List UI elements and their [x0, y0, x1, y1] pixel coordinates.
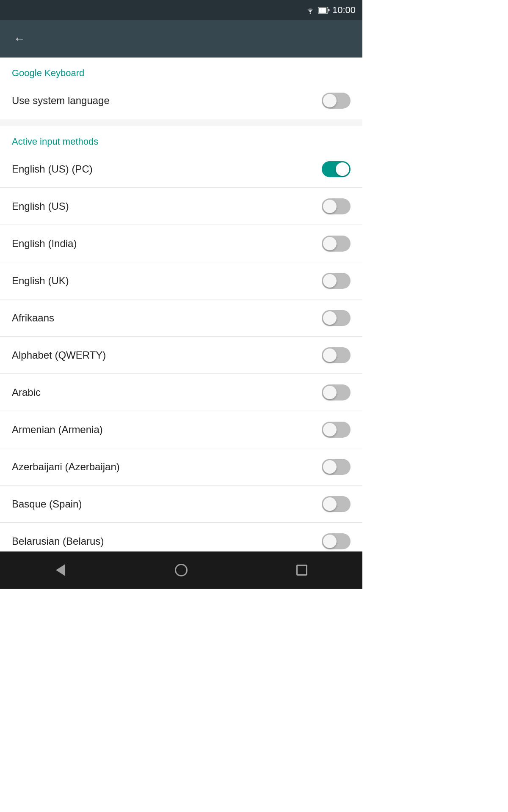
- alphabet-qwerty-row: Alphabet (QWERTY): [0, 337, 362, 374]
- status-icons: 10:00: [305, 5, 356, 16]
- toggle-thumb: [323, 460, 337, 474]
- arabic-label: Arabic: [12, 387, 41, 398]
- nav-bar: [0, 551, 362, 589]
- status-bar: 10:00: [0, 0, 362, 20]
- battery-icon: [318, 7, 330, 14]
- nav-back-icon: [56, 564, 65, 576]
- belarusian-belarus-row: Belarusian (Belarus): [0, 523, 362, 551]
- nav-home-button[interactable]: [168, 557, 194, 583]
- english-uk-row: English (UK): [0, 262, 362, 299]
- english-uk-toggle[interactable]: [322, 273, 351, 289]
- toggle-thumb: [323, 497, 337, 511]
- svg-point-0: [309, 13, 311, 14]
- toggle-thumb: [336, 162, 349, 176]
- back-button[interactable]: ←: [10, 30, 29, 48]
- toolbar: ←: [0, 20, 362, 58]
- nav-back-button[interactable]: [48, 557, 73, 583]
- google-keyboard-header: Google Keyboard: [0, 58, 362, 82]
- use-system-language-toggle[interactable]: [322, 93, 351, 109]
- svg-rect-2: [319, 8, 326, 13]
- basque-spain-row: Basque (Spain): [0, 486, 362, 523]
- use-system-language-label: Use system language: [12, 95, 110, 107]
- azerbaijani-azerbaijan-row: Azerbaijani (Azerbaijan): [0, 448, 362, 486]
- armenian-armenia-toggle[interactable]: [322, 422, 351, 438]
- azerbaijani-azerbaijan-toggle[interactable]: [322, 459, 351, 475]
- belarusian-belarus-label: Belarusian (Belarus): [12, 535, 104, 547]
- english-india-toggle[interactable]: [322, 236, 351, 252]
- english-india-label: English (India): [12, 238, 77, 250]
- english-us-pc-label: English (US) (PC): [12, 163, 93, 175]
- use-system-language-row: Use system language: [0, 82, 362, 119]
- wifi-icon: [305, 6, 315, 14]
- afrikaans-toggle[interactable]: [322, 310, 351, 326]
- basque-spain-label: Basque (Spain): [12, 498, 82, 510]
- toggle-thumb: [323, 200, 337, 213]
- alphabet-qwerty-label: Alphabet (QWERTY): [12, 349, 106, 361]
- alphabet-qwerty-toggle[interactable]: [322, 347, 351, 363]
- toggle-thumb: [323, 311, 337, 325]
- basque-spain-toggle[interactable]: [322, 496, 351, 512]
- google-keyboard-section: Google Keyboard Use system language: [0, 58, 362, 119]
- back-arrow-icon: ←: [14, 32, 25, 46]
- status-time: 10:00: [332, 5, 356, 16]
- english-us-toggle[interactable]: [322, 198, 351, 214]
- toggle-thumb: [323, 386, 337, 399]
- toggle-thumb: [323, 423, 337, 436]
- armenian-armenia-row: Armenian (Armenia): [0, 411, 362, 448]
- nav-recents-icon: [296, 565, 307, 576]
- english-uk-label: English (UK): [12, 275, 69, 287]
- active-input-methods-header: Active input methods: [0, 126, 362, 151]
- azerbaijani-azerbaijan-label: Azerbaijani (Azerbaijan): [12, 461, 120, 473]
- toggle-thumb: [323, 348, 337, 362]
- english-india-row: English (India): [0, 225, 362, 262]
- english-us-label: English (US): [12, 200, 69, 212]
- english-us-row: English (US): [0, 188, 362, 225]
- nav-home-icon: [175, 564, 188, 576]
- toggle-thumb: [323, 274, 337, 288]
- belarusian-belarus-toggle[interactable]: [322, 533, 351, 549]
- section-divider-1: [0, 119, 362, 126]
- english-us-pc-row: English (US) (PC): [0, 151, 362, 188]
- active-input-methods-section: Active input methods English (US) (PC) E…: [0, 126, 362, 551]
- toggle-thumb: [323, 535, 337, 548]
- english-us-pc-toggle[interactable]: [322, 161, 351, 177]
- afrikaans-row: Afrikaans: [0, 299, 362, 337]
- content-area: Google Keyboard Use system language Acti…: [0, 58, 362, 551]
- toggle-thumb: [323, 94, 337, 107]
- arabic-toggle[interactable]: [322, 384, 351, 401]
- nav-recents-button[interactable]: [289, 557, 315, 583]
- toggle-thumb: [323, 237, 337, 250]
- afrikaans-label: Afrikaans: [12, 312, 54, 324]
- armenian-armenia-label: Armenian (Armenia): [12, 424, 103, 436]
- arabic-row: Arabic: [0, 374, 362, 411]
